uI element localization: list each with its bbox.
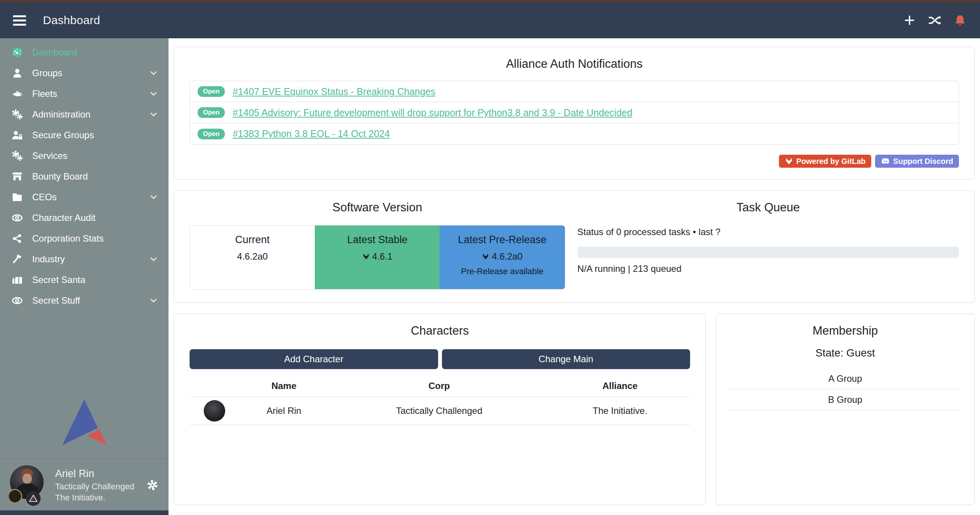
- notification-row: Open #1383 Python 3.8 EOL - 14 Oct 2024: [190, 123, 959, 144]
- characters-table: Name Corp Alliance Ariel Rin Tactically …: [190, 374, 690, 425]
- sidebar-item-label: Administration: [32, 109, 90, 120]
- membership-group-list: A Group B Group: [730, 368, 960, 410]
- task-queue-caption: N/A running | 213 queued: [578, 263, 959, 274]
- sidebar-item-label: CEOs: [32, 192, 57, 203]
- eye-icon: [11, 212, 24, 224]
- chevron-down-icon: [149, 296, 159, 306]
- sidebar-item-character-audit[interactable]: Character Audit: [0, 208, 169, 228]
- sidebar-item-secure-groups[interactable]: Secure Groups: [0, 125, 169, 146]
- group-list-item: B Group: [730, 389, 960, 410]
- notification-link[interactable]: #1405 Advisory: Future development will …: [232, 107, 632, 118]
- powered-by-gitlab-badge[interactable]: Powered by GitLab: [779, 155, 871, 168]
- notification-row: Open #1407 EVE Equinox Status - Breaking…: [190, 81, 959, 102]
- notifications-title: Alliance Auth Notifications: [190, 57, 959, 71]
- chevron-down-icon: [149, 68, 159, 78]
- main-content: Alliance Auth Notifications Open #1407 E…: [169, 38, 980, 515]
- sidebar-item-label: Services: [32, 150, 67, 161]
- sidebar-item-services[interactable]: Services: [0, 146, 169, 166]
- character-name: Ariel Rin: [239, 397, 329, 425]
- notifications-bell-icon[interactable]: [953, 13, 967, 27]
- membership-state: State: Guest: [730, 347, 960, 359]
- prerelease-note: Pre-Release available: [440, 266, 564, 276]
- stable-label: Latest Stable: [315, 234, 440, 246]
- support-discord-badge[interactable]: Support Discord: [875, 155, 959, 168]
- version-cell-prerelease: Latest Pre-Release 4.6.2a0 Pre-Release a…: [440, 226, 564, 289]
- alliance-auth-logo: [0, 398, 169, 459]
- current-version: 4.6.2a0: [190, 251, 315, 262]
- prerelease-version: 4.6.2a0: [440, 251, 564, 262]
- storefront-icon: [11, 171, 24, 182]
- task-queue-section: Task Queue Status of 0 processed tasks •…: [574, 201, 959, 289]
- discord-badge-label: Support Discord: [893, 157, 953, 166]
- chevron-down-icon: [149, 110, 159, 119]
- membership-panel: Membership State: Guest A Group B Group: [716, 314, 975, 505]
- user-avatar: [8, 465, 47, 505]
- hammer-icon: [11, 253, 24, 265]
- task-queue-title: Task Queue: [578, 201, 959, 214]
- page-title: Dashboard: [43, 14, 100, 27]
- current-label: Current: [190, 234, 315, 246]
- software-version-title: Software Version: [190, 201, 565, 214]
- sidebar-item-ceos[interactable]: CEOs: [0, 187, 169, 208]
- add-icon[interactable]: [903, 13, 916, 27]
- status-badge: Open: [198, 86, 225, 97]
- task-queue-progressbar: [578, 247, 959, 258]
- column-header-alliance: Alliance: [550, 374, 690, 397]
- version-cell-stable: Latest Stable 4.6.1: [315, 226, 440, 289]
- eye-icon: [11, 295, 24, 306]
- version-cell-current: Current 4.6.2a0: [190, 226, 315, 289]
- rocket-icon: [11, 88, 24, 100]
- sidebar-item-label: Groups: [32, 68, 62, 78]
- version-box: Current 4.6.2a0 Latest Stable 4.6.1 L: [190, 225, 565, 289]
- share-nodes-icon: [11, 233, 24, 244]
- sidebar-item-dashboard[interactable]: Dashboard: [0, 42, 169, 63]
- gitlab-tanuki-icon: [482, 253, 489, 260]
- character-avatar: [204, 400, 225, 422]
- characters-panel: Characters Add Character Change Main Nam…: [174, 314, 706, 505]
- sidebar-item-groups[interactable]: Groups: [0, 63, 169, 83]
- sidebar-item-label: Secret Santa: [32, 275, 85, 285]
- status-badge: Open: [198, 107, 225, 118]
- user-corp: Tactically Challenged: [55, 481, 134, 492]
- user-icon: [11, 67, 24, 79]
- sidebar-item-industry[interactable]: Industry: [0, 249, 169, 270]
- alliance-logo-badge: [26, 491, 41, 506]
- user-name: Ariel Rin: [55, 467, 134, 481]
- change-main-button[interactable]: Change Main: [442, 349, 690, 369]
- sidebar-item-label: Secure Groups: [32, 130, 94, 141]
- shuffle-icon[interactable]: [928, 13, 942, 27]
- sidebar-bottom-strip: [0, 510, 169, 515]
- gauge-icon: [11, 47, 24, 58]
- user-settings-gear-icon[interactable]: [146, 479, 159, 491]
- navbar: Dashboard: [0, 2, 980, 38]
- menu-toggle-icon[interactable]: [13, 15, 26, 26]
- gitlab-tanuki-icon: [362, 253, 370, 260]
- sidebar-item-corporation-stats[interactable]: Corporation Stats: [0, 228, 169, 249]
- sidebar-item-secret-stuff[interactable]: Secret Stuff: [0, 290, 169, 311]
- group-list-item: A Group: [730, 368, 960, 389]
- add-character-button[interactable]: Add Character: [190, 349, 438, 369]
- column-header-name: Name: [239, 374, 329, 397]
- sidebar-item-label: Dashboard: [32, 47, 77, 58]
- chevron-down-icon: [149, 192, 159, 202]
- sidebar-item-secret-santa[interactable]: Secret Santa: [0, 270, 169, 290]
- sidebar-item-label: Industry: [32, 254, 65, 265]
- gifts-icon: [11, 274, 24, 286]
- folder-icon: [11, 191, 24, 203]
- software-version-section: Software Version Current 4.6.2a0 Latest …: [190, 201, 574, 289]
- chevron-down-icon: [149, 254, 159, 264]
- user-panel: Ariel Rin Tactically Challenged The Init…: [0, 459, 169, 510]
- gitlab-badge-label: Powered by GitLab: [796, 157, 865, 166]
- sidebar-item-bounty-board[interactable]: Bounty Board: [0, 166, 169, 187]
- sidebar-item-fleets[interactable]: Fleets: [0, 83, 169, 104]
- stable-version: 4.6.1: [315, 251, 440, 262]
- notification-link[interactable]: #1407 EVE Equinox Status - Breaking Chan…: [232, 86, 435, 97]
- prerelease-label: Latest Pre-Release: [440, 234, 564, 246]
- notification-link[interactable]: #1383 Python 3.8 EOL - 14 Oct 2024: [232, 128, 389, 139]
- gears-icon: [11, 109, 24, 120]
- status-panel: Software Version Current 4.6.2a0 Latest …: [174, 190, 975, 303]
- user-alliance: The Initiative.: [55, 492, 134, 503]
- sidebar-item-administration[interactable]: Administration: [0, 104, 169, 125]
- notifications-panel: Alliance Auth Notifications Open #1407 E…: [174, 47, 975, 180]
- character-alliance: The Initiative.: [550, 397, 690, 425]
